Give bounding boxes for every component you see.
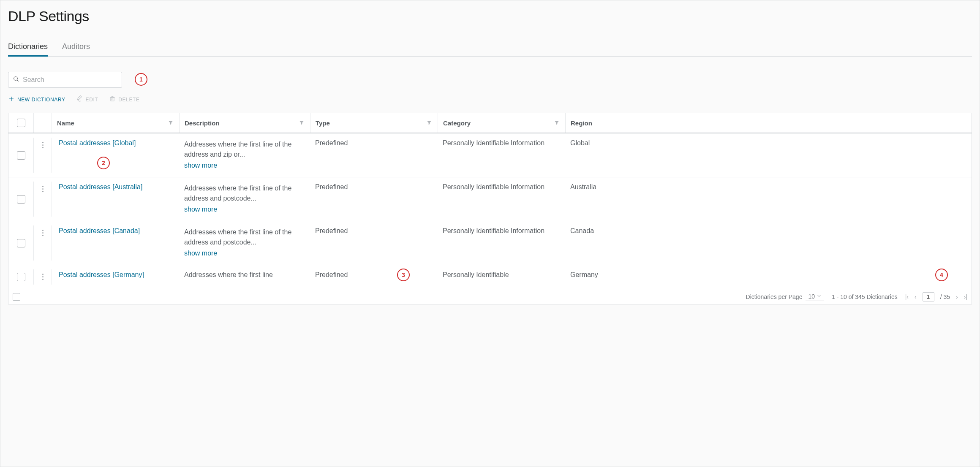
table-row: Postal addresses [Australia] Addresses w… (8, 177, 972, 221)
pager: |‹ ‹ / 35 › ›| (905, 292, 967, 301)
trash-icon (109, 95, 116, 103)
header-name-label: Name (57, 119, 74, 127)
header-description[interactable]: Description (179, 113, 310, 133)
header-category-label: Category (443, 119, 471, 127)
edit-label: EDIT (86, 97, 98, 103)
category-value: Personally Identifiable (443, 271, 509, 279)
search-input[interactable] (23, 76, 117, 84)
header-region-label: Region (571, 119, 592, 127)
table-body: Postal addresses [Global] Addresses wher… (8, 133, 972, 289)
row-actions-menu[interactable] (39, 227, 46, 236)
range-label: 1 - 10 of 345 Dictionaries (832, 293, 898, 300)
description-cell: Addresses where the first line of the ad… (184, 139, 305, 171)
first-page-button[interactable]: |‹ (905, 293, 909, 300)
action-bar: NEW DICTIONARY EDIT DELETE (8, 95, 972, 103)
search-box[interactable] (8, 72, 122, 88)
tabs: Dictionaries Auditors (8, 40, 972, 57)
table-header: Name Description Type Category (8, 113, 972, 133)
new-dictionary-button[interactable]: NEW DICTIONARY (8, 95, 65, 103)
type-value: Predefined (315, 139, 348, 147)
page-container: DLP Settings Dictionaries Auditors 1 NEW… (0, 0, 980, 467)
per-page-control: Dictionaries per Page 10 (746, 292, 824, 301)
show-more-link[interactable]: show more (184, 248, 305, 258)
dictionary-name-link[interactable]: Postal addresses [Global] (59, 139, 136, 147)
row-actions-menu[interactable] (39, 183, 46, 192)
search-row: 1 (8, 72, 972, 88)
description-text: Addresses where the first line of the ad… (184, 139, 305, 160)
dictionaries-table: Name Description Type Category (8, 113, 972, 304)
svg-rect-4 (111, 98, 114, 101)
tab-auditors[interactable]: Auditors (62, 40, 90, 57)
next-page-button[interactable]: › (956, 293, 958, 300)
description-text: Addresses where the first line (184, 271, 273, 279)
dictionary-name-link[interactable]: Postal addresses [Germany] (59, 271, 144, 279)
category-value: Personally Identifiable Information (443, 227, 544, 235)
category-value: Personally Identifiable Information (443, 139, 544, 147)
select-all-checkbox[interactable] (17, 119, 25, 127)
tab-dictionaries[interactable]: Dictionaries (8, 40, 48, 57)
per-page-value: 10 (808, 293, 815, 300)
table-footer: Dictionaries per Page 10 1 - 10 of 345 D… (8, 289, 972, 304)
filter-icon[interactable] (298, 119, 305, 127)
type-value: Predefined (315, 271, 348, 279)
category-value: Personally Identifiable Information (443, 183, 544, 191)
header-type-label: Type (316, 119, 330, 127)
table-row: Postal addresses [Germany] Addresses whe… (8, 265, 972, 289)
row-actions-menu[interactable] (39, 139, 46, 148)
header-name[interactable]: Name (52, 113, 179, 133)
plus-icon (8, 95, 15, 103)
page-total-label: / 35 (940, 293, 950, 300)
filter-icon[interactable] (167, 119, 174, 127)
row-checkbox[interactable] (17, 195, 25, 204)
annotation-1: 1 (135, 73, 147, 86)
region-value: Australia (570, 183, 596, 191)
delete-button: DELETE (109, 95, 139, 103)
per-page-dropdown[interactable]: 10 (806, 292, 824, 301)
header-type[interactable]: Type (310, 113, 438, 133)
search-icon (13, 76, 19, 84)
header-category[interactable]: Category (438, 113, 565, 133)
edit-button: EDIT (76, 95, 98, 103)
description-text: Addresses where the first line of the ad… (184, 183, 305, 204)
type-value: Predefined (315, 183, 348, 191)
table-row: Postal addresses [Canada] Addresses wher… (8, 221, 972, 265)
region-value: Germany (570, 271, 598, 279)
row-actions-menu[interactable] (39, 271, 46, 280)
header-checkbox-cell (8, 113, 34, 133)
header-region[interactable]: Region (565, 113, 972, 133)
row-checkbox[interactable] (17, 273, 25, 281)
row-checkbox[interactable] (17, 239, 25, 247)
filter-icon[interactable] (553, 119, 560, 127)
per-page-label: Dictionaries per Page (746, 293, 803, 300)
description-text: Addresses where the first line of the ad… (184, 227, 305, 247)
new-dictionary-label: NEW DICTIONARY (17, 97, 65, 103)
page-title: DLP Settings (8, 8, 972, 24)
header-menu-cell (34, 113, 52, 133)
type-value: Predefined (315, 227, 348, 235)
region-value: Global (570, 139, 590, 147)
last-page-button[interactable]: ›| (964, 293, 967, 300)
chevron-down-icon (817, 293, 822, 300)
dictionary-name-link[interactable]: Postal addresses [Australia] (59, 183, 142, 191)
show-more-link[interactable]: show more (184, 204, 305, 214)
page-input[interactable] (923, 292, 934, 301)
region-value: Canada (570, 227, 594, 235)
row-checkbox[interactable] (17, 151, 25, 160)
prev-page-button[interactable]: ‹ (915, 293, 917, 300)
table-row: Postal addresses [Global] Addresses wher… (8, 133, 972, 177)
show-more-link[interactable]: show more (184, 160, 305, 171)
header-description-label: Description (185, 119, 220, 127)
dictionary-name-link[interactable]: Postal addresses [Canada] (59, 227, 140, 235)
description-cell: Addresses where the first line of the ad… (184, 227, 305, 258)
description-cell: Addresses where the first line of the ad… (184, 183, 305, 214)
delete-label: DELETE (118, 97, 139, 103)
column-picker-icon[interactable] (13, 293, 20, 301)
filter-icon[interactable] (426, 119, 433, 127)
svg-line-1 (17, 80, 18, 81)
edit-icon (76, 95, 83, 103)
